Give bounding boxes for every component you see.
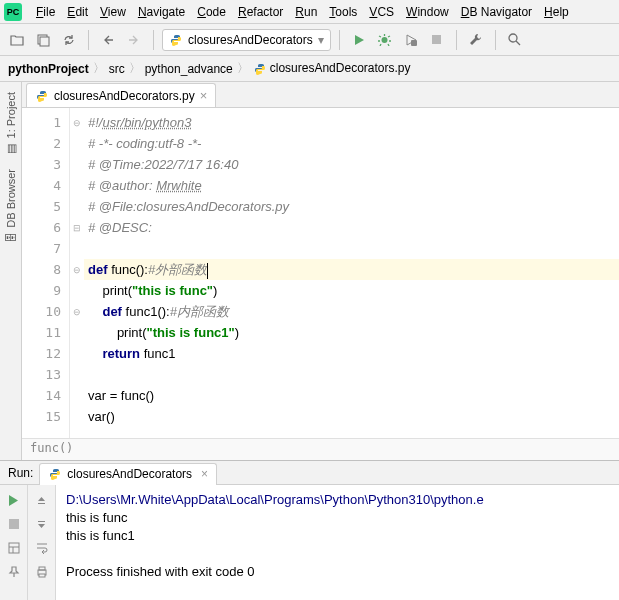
fold-marker[interactable] (70, 175, 84, 196)
output-line: D:\Users\Mr.White\AppData\Local\Programs… (66, 491, 609, 509)
close-run-tab-icon[interactable]: × (201, 467, 208, 481)
fold-marker[interactable] (70, 196, 84, 217)
breadcrumb-item[interactable]: src (109, 62, 125, 76)
line-number[interactable]: 15 (22, 406, 69, 427)
menu-tools[interactable]: Tools (323, 5, 363, 19)
line-number[interactable]: 2 (22, 133, 69, 154)
run-toolbar (0, 485, 56, 600)
fold-marker[interactable] (70, 154, 84, 175)
menu-vcs[interactable]: VCS (363, 5, 400, 19)
stop-icon[interactable] (426, 29, 448, 51)
open-file-icon[interactable] (6, 29, 28, 51)
line-number[interactable]: 5 (22, 196, 69, 217)
menu-code[interactable]: Code (191, 5, 232, 19)
code-line[interactable]: def func():#外部函数 (84, 259, 619, 280)
close-tab-icon[interactable]: × (200, 88, 208, 103)
fold-marker[interactable] (70, 343, 84, 364)
sync-icon[interactable] (58, 29, 80, 51)
line-number[interactable]: 7 (22, 238, 69, 259)
line-number[interactable]: 12 (22, 343, 69, 364)
svg-rect-6 (9, 519, 19, 529)
editor-tab[interactable]: closuresAndDecorators.py × (26, 83, 216, 107)
line-number[interactable]: 14 (22, 385, 69, 406)
db-browser-tool-tab[interactable]: 🗄DB Browser (3, 163, 19, 250)
line-number[interactable]: 8 (22, 259, 69, 280)
breadcrumb-item[interactable]: closuresAndDecorators.py (253, 61, 411, 76)
pin-icon[interactable] (3, 561, 25, 583)
fold-marker[interactable] (70, 385, 84, 406)
scroll-up-icon[interactable] (31, 489, 53, 511)
menu-view[interactable]: View (94, 5, 132, 19)
line-number[interactable]: 4 (22, 175, 69, 196)
wrench-icon[interactable] (465, 29, 487, 51)
line-number[interactable]: 11 (22, 322, 69, 343)
svg-rect-7 (9, 543, 19, 553)
line-number[interactable]: 6 (22, 217, 69, 238)
scroll-down-icon[interactable] (31, 513, 53, 535)
line-number[interactable]: 10 (22, 301, 69, 322)
fold-marker[interactable]: ⊖ (70, 259, 84, 280)
code-line[interactable]: return func1 (84, 343, 619, 364)
stop-icon[interactable] (3, 513, 25, 535)
code-line[interactable]: var = func() (84, 385, 619, 406)
breadcrumb-item[interactable]: python_advance (145, 62, 233, 76)
menu-navigate[interactable]: Navigate (132, 5, 191, 19)
fold-marker[interactable]: ⊖ (70, 112, 84, 133)
breadcrumb-item[interactable]: pythonProject (8, 62, 89, 76)
code-line[interactable]: var() (84, 406, 619, 427)
print-icon[interactable] (31, 561, 53, 583)
fold-marker[interactable]: ⊖ (70, 301, 84, 322)
rerun-icon[interactable] (3, 489, 25, 511)
editor-area: closuresAndDecorators.py × 1234567891011… (22, 82, 619, 460)
search-icon[interactable] (504, 29, 526, 51)
menu-run[interactable]: Run (289, 5, 323, 19)
code-line[interactable]: def func1():#内部函数 (84, 301, 619, 322)
line-number[interactable]: 13 (22, 364, 69, 385)
run-config-selector[interactable]: closuresAndDecorators ▾ (162, 29, 331, 51)
fold-marker[interactable] (70, 280, 84, 301)
code-line[interactable]: #!/usr/bin/python3 (84, 112, 619, 133)
project-tool-tab[interactable]: ▤1: Project (3, 86, 19, 161)
soft-wrap-icon[interactable] (31, 537, 53, 559)
menu-db-navigator[interactable]: DB Navigator (455, 5, 538, 19)
code-line[interactable]: # -*- coding:utf-8 -*- (84, 133, 619, 154)
fold-marker[interactable] (70, 322, 84, 343)
menu-help[interactable]: Help (538, 5, 575, 19)
fold-marker[interactable] (70, 238, 84, 259)
fold-marker[interactable] (70, 406, 84, 427)
run-tab[interactable]: closuresAndDecorators × (39, 463, 217, 485)
code-editor[interactable]: 123456789101112131415 ⊖⊟⊖⊖ #!/usr/bin/py… (22, 108, 619, 438)
code-line[interactable]: print("this is func1") (84, 322, 619, 343)
run-icon[interactable] (348, 29, 370, 51)
breadcrumb-sep: 〉 (93, 60, 105, 77)
code-line[interactable] (84, 238, 619, 259)
code-content[interactable]: #!/usr/bin/python3# -*- coding:utf-8 -*-… (84, 108, 619, 438)
line-number[interactable]: 3 (22, 154, 69, 175)
menu-file[interactable]: File (30, 5, 61, 19)
svg-rect-3 (411, 40, 417, 46)
menu-refactor[interactable]: Refactor (232, 5, 289, 19)
menu-edit[interactable]: Edit (61, 5, 94, 19)
fold-marker[interactable]: ⊟ (70, 217, 84, 238)
fold-marker[interactable] (70, 133, 84, 154)
debug-icon[interactable] (374, 29, 396, 51)
svg-rect-1 (40, 37, 49, 46)
code-line[interactable]: # @author: Mrwhite (84, 175, 619, 196)
save-all-icon[interactable] (32, 29, 54, 51)
fold-marker[interactable] (70, 364, 84, 385)
back-icon[interactable] (97, 29, 119, 51)
code-line[interactable]: # @Time:2022/7/17 16:40 (84, 154, 619, 175)
run-output[interactable]: D:\Users\Mr.White\AppData\Local\Programs… (56, 485, 619, 600)
menu-window[interactable]: Window (400, 5, 455, 19)
code-line[interactable]: # @DESC: (84, 217, 619, 238)
layout-icon[interactable] (3, 537, 25, 559)
run-coverage-icon[interactable] (400, 29, 422, 51)
structure-crumb[interactable]: func() (22, 438, 619, 460)
code-line[interactable]: # @File:closuresAndDecorators.py (84, 196, 619, 217)
code-line[interactable] (84, 364, 619, 385)
breadcrumb-sep: 〉 (129, 60, 141, 77)
forward-icon[interactable] (123, 29, 145, 51)
line-number[interactable]: 1 (22, 112, 69, 133)
code-line[interactable]: print("this is func") (84, 280, 619, 301)
line-number[interactable]: 9 (22, 280, 69, 301)
